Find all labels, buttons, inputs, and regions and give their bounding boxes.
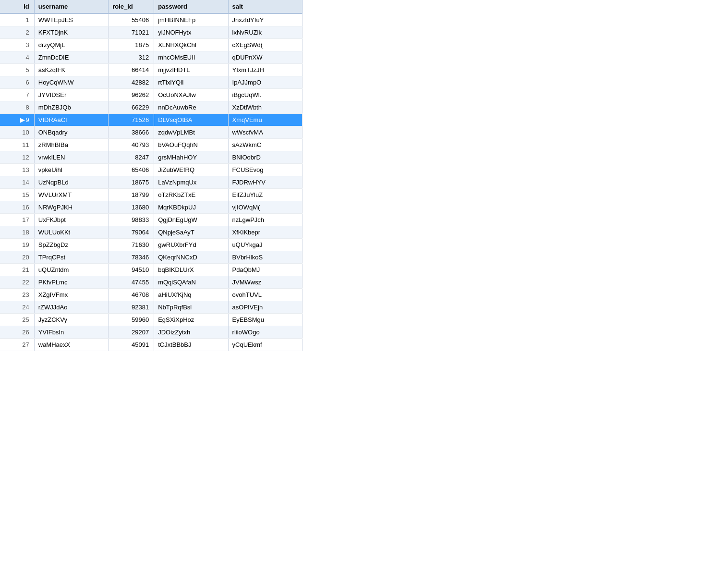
cell-id: 24 (0, 301, 34, 314)
table-row[interactable]: 26YVIFbsIn29207JDOizZytxhrliioWOgo (0, 326, 302, 339)
table-row[interactable]: 5asKzqfFK66414mjjvzlHDTLYIxmTJzJH (0, 64, 302, 76)
table-row[interactable]: 6HoyCqWNW42882rtTlxlYQlIIpAJJmpO (0, 76, 302, 89)
cell-salt: nzLgwPJch (228, 214, 302, 226)
cell-salt: FCUSEvog (228, 164, 302, 176)
cell-salt: BVbrHlkoS (228, 251, 302, 264)
cell-role-id: 46708 (109, 289, 154, 301)
cell-username: XZgIVFmx (34, 289, 108, 301)
cell-username: waMHaexX (34, 339, 108, 351)
cell-role-id: 78346 (109, 251, 154, 264)
table-row[interactable]: 12vrwkILEN8247grsMHahHOYBNlOobrD (0, 151, 302, 164)
cell-username: WWTEpJES (34, 13, 108, 26)
cell-role-id: 94510 (109, 264, 154, 276)
cell-id: 8 (0, 101, 34, 114)
cell-password: QKeqrNNCxD (154, 251, 228, 264)
table-row[interactable]: 3drzyQMjL1875XLNHXQkChfcXEgSWd( (0, 39, 302, 51)
cell-salt: ixNvRUZlk (228, 26, 302, 39)
cell-role-id: 29207 (109, 326, 154, 339)
cell-id: 25 (0, 314, 34, 326)
cell-password: QgjDnEgUgW (154, 214, 228, 226)
cell-password: bqBIKDLUrX (154, 264, 228, 276)
cell-username: ZmnDcDIE (34, 51, 108, 64)
table-row[interactable]: 14UzNqpBLd18675LaVzNpmqUxFJDRwHYV (0, 176, 302, 189)
cell-password: XLNHXQkChf (154, 39, 228, 51)
table-row[interactable]: 17UxFKJbpt98833QgjDnEgUgWnzLgwPJch (0, 214, 302, 226)
cell-salt: JVMWwsz (228, 276, 302, 289)
cell-username: ONBqadry (34, 126, 108, 139)
cell-username: WULUoKKt (34, 226, 108, 239)
table-row[interactable]: 18WULUoKKt79064QNpjeSaAyTXfKiKbepr (0, 226, 302, 239)
cell-role-id: 59960 (109, 314, 154, 326)
cell-id: 26 (0, 326, 34, 339)
cell-username: JYVIDSEr (34, 89, 108, 101)
cell-password: tCJxtBBbBJ (154, 339, 228, 351)
table-row[interactable]: 1WWTEpJES55406jmHBINNEFpJnxzfdYIuY (0, 13, 302, 26)
table-row[interactable]: 8mDhZBJQb66229nnDcAuwbReXzDtlWbth (0, 101, 302, 114)
cell-username: rZWJJdAo (34, 301, 108, 314)
table-row[interactable]: 19SpZZbgDz71630gwRUXbrFYduQUYkgaJ (0, 239, 302, 251)
table-row[interactable]: 21uQUZntdm94510bqBIKDLUrXPdaQbMJ (0, 264, 302, 276)
col-header-id[interactable]: id (0, 0, 34, 13)
table-row[interactable]: 10ONBqadry38666zqdwVpLMBtwWscfvMA (0, 126, 302, 139)
cell-id: 27 (0, 339, 34, 351)
cell-password: JiZubWEfRQ (154, 164, 228, 176)
table-row[interactable]: 2KFXTDjnK71021ylJNOFHytxixNvRUZlk (0, 26, 302, 39)
cell-username: drzyQMjL (34, 39, 108, 51)
table-row[interactable]: 16NRWgPJKH13680MqrKBDkpUJvjIOWqM( (0, 201, 302, 214)
table-row[interactable]: 7JYVIDSEr96262OcUoNXAJlwiBgcUqWl. (0, 89, 302, 101)
cell-password: mhcOMsEUII (154, 51, 228, 64)
table-row[interactable]: 13vpkeUihl65406JiZubWEfRQFCUSEvog (0, 164, 302, 176)
cell-password: DLVscjOtBA (154, 114, 228, 126)
table-row[interactable]: 20TPrqCPst78346QKeqrNNCxDBVbrHlkoS (0, 251, 302, 264)
cell-username: SpZZbgDz (34, 239, 108, 251)
cell-role-id: 65406 (109, 164, 154, 176)
cell-username: zRMhBIBa (34, 139, 108, 151)
cell-id: 18 (0, 226, 34, 239)
table-row[interactable]: 11zRMhBIBa40793bVAOuFQqhNsAzWkmC (0, 139, 302, 151)
cell-username: vrwkILEN (34, 151, 108, 164)
cell-password: QNpjeSaAyT (154, 226, 228, 239)
cell-id: 3 (0, 39, 34, 51)
table-row[interactable]: 22PKfvPLmc47455mQqiSQAfaNJVMWwsz (0, 276, 302, 289)
table-row[interactable]: 15WVLUrXMT18799oTzRKbZTxEEifZJuYluZ (0, 189, 302, 201)
cell-id: 5 (0, 64, 34, 76)
table-row[interactable]: 23XZgIVFmx46708aHiUXfKjNqovohTUVL (0, 289, 302, 301)
cell-role-id: 18799 (109, 189, 154, 201)
cell-password: EgSXiXpHoz (154, 314, 228, 326)
cell-password: NbTpRqfBsl (154, 301, 228, 314)
cell-id: 17 (0, 214, 34, 226)
cell-id: 21 (0, 264, 34, 276)
col-header-username[interactable]: username (34, 0, 108, 13)
cell-role-id: 66229 (109, 101, 154, 114)
table-row[interactable]: 27waMHaexX45091tCJxtBBbBJyCqUEkmf (0, 339, 302, 351)
cell-role-id: 40793 (109, 139, 154, 151)
cell-salt: ovohTUVL (228, 289, 302, 301)
cell-id: 11 (0, 139, 34, 151)
table-row[interactable]: ▶9VIDRAaCI71526DLVscjOtBAXmqVEmu (0, 114, 302, 126)
cell-id: 23 (0, 289, 34, 301)
cell-salt: yCqUEkmf (228, 339, 302, 351)
row-indicator: ▶ (20, 116, 25, 123)
cell-id: 15 (0, 189, 34, 201)
col-header-salt[interactable]: salt (228, 0, 302, 13)
cell-role-id: 71526 (109, 114, 154, 126)
cell-password: oTzRKbZTxE (154, 189, 228, 201)
cell-salt: rliioWOgo (228, 326, 302, 339)
cell-salt: PdaQbMJ (228, 264, 302, 276)
cell-salt: EyEBSMgu (228, 314, 302, 326)
table-row[interactable]: 25JyzZCKVy59960EgSXiXpHozEyEBSMgu (0, 314, 302, 326)
cell-id: 7 (0, 89, 34, 101)
cell-salt: sAzWkmC (228, 139, 302, 151)
cell-username: UzNqpBLd (34, 176, 108, 189)
table-row[interactable]: 4ZmnDcDIE312mhcOMsEUIIqDUPnXW (0, 51, 302, 64)
table-row[interactable]: 24rZWJJdAo92381NbTpRqfBslasOPIVEjh (0, 301, 302, 314)
cell-id: 20 (0, 251, 34, 264)
col-header-password[interactable]: password (154, 0, 228, 13)
cell-role-id: 38666 (109, 126, 154, 139)
cell-role-id: 79064 (109, 226, 154, 239)
cell-username: WVLUrXMT (34, 189, 108, 201)
cell-id: 4 (0, 51, 34, 64)
col-header-role-id[interactable]: role_id (109, 0, 154, 13)
cell-password: ylJNOFHytx (154, 26, 228, 39)
cell-role-id: 66414 (109, 64, 154, 76)
